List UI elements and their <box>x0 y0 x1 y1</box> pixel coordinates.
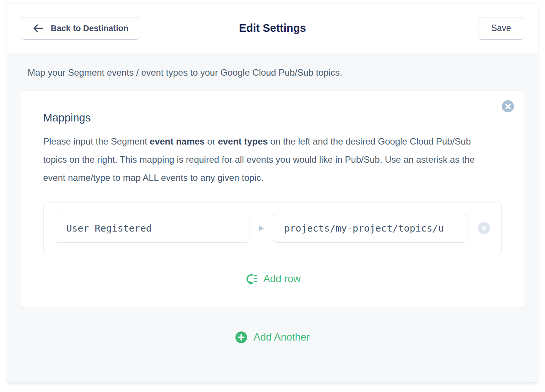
intro-text: Map your Segment events / event types to… <box>21 66 524 79</box>
playlist-add-icon <box>244 273 257 285</box>
right-triangle-icon <box>249 226 273 231</box>
topic-input[interactable] <box>273 214 467 243</box>
mapping-row <box>43 202 502 254</box>
add-another-label: Add Another <box>254 331 310 343</box>
mappings-card: Mappings Please input the Segment event … <box>21 90 524 308</box>
left-arrow-icon <box>33 23 44 33</box>
close-icon <box>481 226 487 231</box>
card-close-button[interactable] <box>502 100 514 112</box>
modal-header: Back to Destination Edit Settings Save <box>7 3 538 53</box>
back-to-destination-button[interactable]: Back to Destination <box>21 17 140 40</box>
plus-circle-icon <box>235 331 247 343</box>
add-another-button[interactable]: Add Another <box>235 331 310 343</box>
mappings-title: Mappings <box>43 112 502 124</box>
edit-settings-modal: Back to Destination Edit Settings Save M… <box>7 3 538 383</box>
add-row-button[interactable]: Add row <box>43 273 502 285</box>
save-button[interactable]: Save <box>478 17 524 40</box>
event-name-input[interactable] <box>55 214 249 243</box>
close-icon <box>505 104 511 109</box>
add-row-label: Add row <box>263 273 301 285</box>
back-button-label: Back to Destination <box>51 23 128 33</box>
delete-row-button[interactable] <box>478 222 490 234</box>
modal-body: Map your Segment events / event types to… <box>7 53 538 383</box>
mappings-description: Please input the Segment event names or … <box>43 132 486 187</box>
